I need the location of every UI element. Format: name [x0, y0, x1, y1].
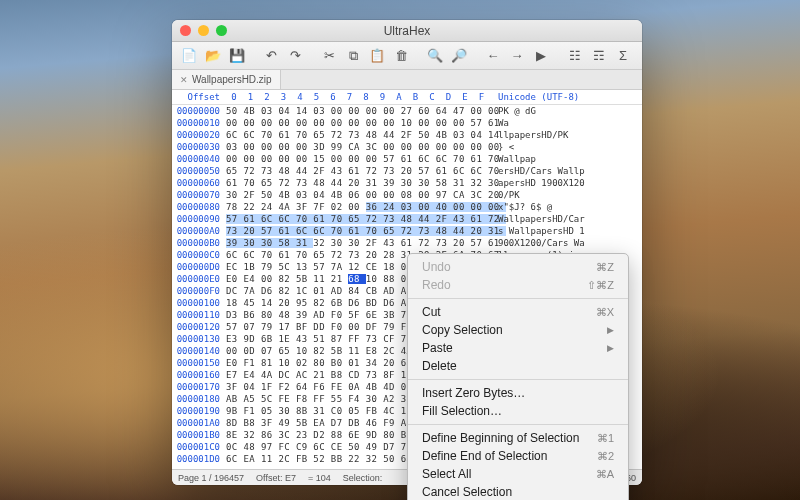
inspector-icon[interactable]: ☶: [588, 46, 610, 66]
ascii-cell[interactable]: 900X1200/Cars Wa: [494, 237, 642, 249]
menu-item[interactable]: Cut⌘X: [408, 303, 628, 321]
menu-item[interactable]: Delete: [408, 357, 628, 375]
traffic-lights: [180, 25, 227, 36]
ascii-cell[interactable]: llpapersHD/PK: [494, 129, 642, 141]
hex-row[interactable]: 0000003003 00 00 00 00 3D 99 CA 3C 00 00…: [172, 141, 642, 153]
hex-row[interactable]: 000000B039 30 30 58 31 32 30 30 2F 43 61…: [172, 237, 642, 249]
ascii-cell[interactable]: x"$J? 6$ @: [494, 201, 642, 213]
sigma-icon[interactable]: Σ: [612, 46, 634, 66]
hex-bytes[interactable]: 73 20 57 61 6C 6C 70 61 70 65 72 73 48 4…: [226, 225, 494, 237]
menu-item[interactable]: Define Beginning of Selection⌘1: [408, 429, 628, 447]
offset-cell: 00000100: [172, 297, 226, 309]
menu-shortcut: ⌘2: [597, 450, 614, 463]
back-icon[interactable]: ←: [482, 46, 504, 66]
ascii-cell[interactable]: Wallpap: [494, 153, 642, 165]
file-tab[interactable]: ✕ WallpapersHD.zip: [172, 70, 281, 89]
offset-cell: 00000150: [172, 357, 226, 369]
menu-shortcut: ⌘X: [596, 306, 614, 319]
new-doc-icon[interactable]: 📄: [178, 46, 200, 66]
go-icon[interactable]: ▶: [530, 46, 552, 66]
status-selection-label: Selection:: [343, 473, 383, 483]
search-icon[interactable]: 🔍: [424, 46, 446, 66]
menu-separator: [408, 298, 628, 299]
offset-cell: 000001D0: [172, 453, 226, 465]
offset-cell: 00000010: [172, 117, 226, 129]
offset-cell: 000000A0: [172, 225, 226, 237]
offset-cell: 00000000: [172, 105, 226, 117]
ascii-cell[interactable]: 0/PK: [494, 189, 642, 201]
hex-row[interactable]: 0000008078 22 24 4A 3F 7F 02 00 36 24 03…: [172, 201, 642, 213]
copy-icon[interactable]: ⧉: [342, 46, 364, 66]
save-icon[interactable]: 💾: [226, 46, 248, 66]
offset-cell: 00000170: [172, 381, 226, 393]
titlebar[interactable]: UltraHex: [172, 20, 642, 42]
offset-cell: 000000B0: [172, 237, 226, 249]
hex-row[interactable]: 0000007030 2F 50 4B 03 04 4B 06 00 00 08…: [172, 189, 642, 201]
hex-row[interactable]: 0000005065 72 73 48 44 2F 43 61 72 73 20…: [172, 165, 642, 177]
offset-cell: 00000090: [172, 213, 226, 225]
menu-item[interactable]: Cancel Selection: [408, 483, 628, 500]
hex-row[interactable]: 0000000050 4B 03 04 14 03 00 00 00 00 27…: [172, 105, 642, 117]
hex-bytes[interactable]: 00 00 00 00 00 00 00 00 00 00 10 00 00 0…: [226, 117, 494, 129]
ascii-cell[interactable]: PK @ dG: [494, 105, 642, 117]
menu-item-label: Copy Selection: [422, 323, 607, 337]
undo-icon[interactable]: ↶: [260, 46, 282, 66]
ascii-cell[interactable]: Wa: [494, 117, 642, 129]
hex-row[interactable]: 0000006061 70 65 72 73 48 44 20 31 39 30…: [172, 177, 642, 189]
zoom-button[interactable]: [216, 25, 227, 36]
ascii-cell[interactable]: } <: [494, 141, 642, 153]
menu-item-label: Redo: [422, 278, 587, 292]
submenu-arrow-icon: ▶: [607, 343, 614, 353]
ascii-cell[interactable]: apersHD 1900X120: [494, 177, 642, 189]
context-menu[interactable]: Undo⌘ZRedo⇧⌘ZCut⌘XCopy Selection▶Paste▶D…: [407, 253, 629, 500]
columns-icon[interactable]: ☷: [564, 46, 586, 66]
hex-bytes[interactable]: 00 00 00 00 00 15 00 00 00 57 61 6C 6C 7…: [226, 153, 494, 165]
hex-bytes[interactable]: 78 22 24 4A 3F 7F 02 00 36 24 03 00 40 0…: [226, 201, 494, 213]
hex-bytes[interactable]: 61 70 65 72 73 48 44 20 31 39 30 30 58 3…: [226, 177, 494, 189]
menu-item[interactable]: Copy Selection▶: [408, 321, 628, 339]
ascii-cell[interactable]: s WallpapersHD 1: [494, 225, 642, 237]
menu-item[interactable]: Paste▶: [408, 339, 628, 357]
hex-row[interactable]: 000000206C 6C 70 61 70 65 72 73 48 44 2F…: [172, 129, 642, 141]
paste-icon[interactable]: 📋: [366, 46, 388, 66]
ascii-cell[interactable]: WallpapersHD/Car: [494, 213, 642, 225]
hex-bytes[interactable]: 6C 6C 70 61 70 65 72 73 48 44 2F 50 4B 0…: [226, 129, 494, 141]
redo-icon[interactable]: ↷: [284, 46, 306, 66]
offset-cell: 000000E0: [172, 273, 226, 285]
hex-bytes[interactable]: 30 2F 50 4B 03 04 4B 06 00 00 08 00 97 C…: [226, 189, 494, 201]
cut-icon[interactable]: ✂: [318, 46, 340, 66]
open-icon[interactable]: 📂: [202, 46, 224, 66]
minimize-button[interactable]: [198, 25, 209, 36]
menu-item[interactable]: Fill Selection…: [408, 402, 628, 420]
ascii-cell[interactable]: ersHD/Cars Wallp: [494, 165, 642, 177]
toolbar: 📄 📂 💾 ↶ ↷ ✂ ⧉ 📋 🗑 🔍 🔎 ← → ▶ ☷ ☶ Σ: [172, 42, 642, 70]
status-value: = 104: [308, 473, 331, 483]
menu-separator: [408, 424, 628, 425]
menu-item-label: Select All: [422, 467, 596, 481]
offset-cell: 00000190: [172, 405, 226, 417]
hex-bytes[interactable]: 03 00 00 00 00 3D 99 CA 3C 00 00 00 00 0…: [226, 141, 494, 153]
offset-cell: 00000020: [172, 129, 226, 141]
offset-cell: 00000130: [172, 333, 226, 345]
close-tab-icon[interactable]: ✕: [180, 75, 188, 85]
hex-row[interactable]: 0000001000 00 00 00 00 00 00 00 00 00 10…: [172, 117, 642, 129]
menu-shortcut: ⌘1: [597, 432, 614, 445]
hex-bytes[interactable]: 65 72 73 48 44 2F 43 61 72 73 20 57 61 6…: [226, 165, 494, 177]
menu-item[interactable]: Define End of Selection⌘2: [408, 447, 628, 465]
find-icon[interactable]: 🔎: [448, 46, 470, 66]
forward-icon[interactable]: →: [506, 46, 528, 66]
delete-icon[interactable]: 🗑: [390, 46, 412, 66]
hex-bytes[interactable]: 57 61 6C 6C 70 61 70 65 72 73 48 44 2F 4…: [226, 213, 494, 225]
menu-item[interactable]: Select All⌘A: [408, 465, 628, 483]
tab-bar: ✕ WallpapersHD.zip: [172, 70, 642, 90]
close-button[interactable]: [180, 25, 191, 36]
hex-bytes[interactable]: 39 30 30 58 31 32 30 30 2F 43 61 72 73 2…: [226, 237, 494, 249]
hex-row[interactable]: 000000A073 20 57 61 6C 6C 70 61 70 65 72…: [172, 225, 642, 237]
menu-item: Undo⌘Z: [408, 258, 628, 276]
hex-row[interactable]: 0000004000 00 00 00 00 15 00 00 00 57 61…: [172, 153, 642, 165]
offset-cell: 00000060: [172, 177, 226, 189]
submenu-arrow-icon: ▶: [607, 325, 614, 335]
hex-bytes[interactable]: 50 4B 03 04 14 03 00 00 00 00 27 60 64 4…: [226, 105, 494, 117]
hex-row[interactable]: 0000009057 61 6C 6C 70 61 70 65 72 73 48…: [172, 213, 642, 225]
menu-item[interactable]: Insert Zero Bytes…: [408, 384, 628, 402]
